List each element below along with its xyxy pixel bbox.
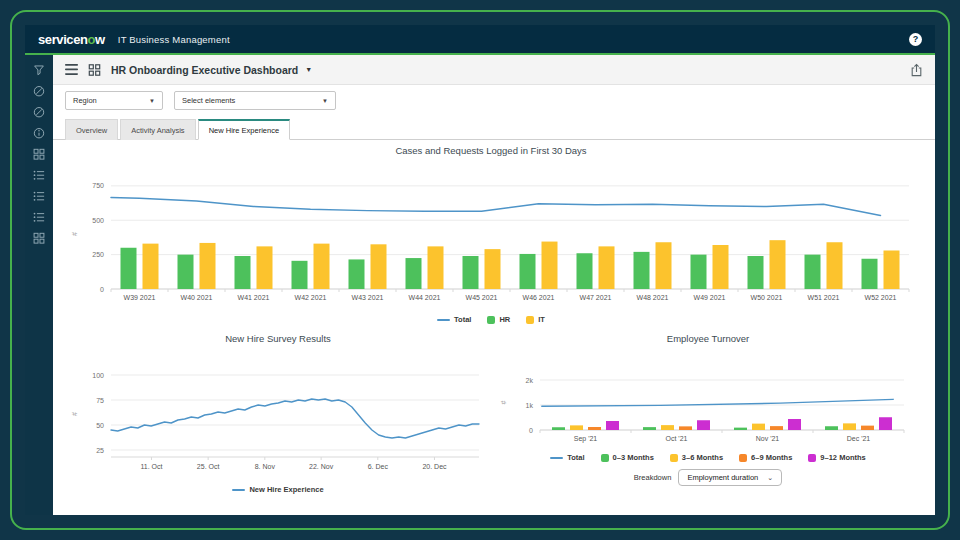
legend-label: 3–6 Months <box>682 453 723 462</box>
tab-activity-analysis[interactable]: Activity Analysis <box>120 119 195 140</box>
legend-box-swatch <box>670 454 678 462</box>
svg-text:Sep '21: Sep '21 <box>574 435 598 443</box>
svg-text:W49 2021: W49 2021 <box>694 294 726 301</box>
tab-overview[interactable]: Overview <box>65 119 118 140</box>
svg-text:500: 500 <box>92 217 104 224</box>
legend-box-swatch <box>487 316 495 324</box>
dashboards-grid-icon[interactable] <box>88 64 101 76</box>
app-window: servicenow IT Business Management ? HR O… <box>25 25 935 515</box>
cases-requests-chart-canvas: 0250500750#W39 2021W40 2021W41 2021W42 2… <box>63 159 919 309</box>
legend-item-it[interactable]: IT <box>526 315 545 324</box>
elements-select-value: Select elements <box>182 96 235 105</box>
employee-turnover-chart-block: Employee Turnover 01k2k#Sep '21Oct '21No… <box>498 331 918 486</box>
breakdown-select-value: Employment duration <box>687 473 758 482</box>
svg-text:W41 2021: W41 2021 <box>238 294 270 301</box>
legend-label: IT <box>538 315 545 324</box>
svg-text:Oct '21: Oct '21 <box>666 435 688 442</box>
svg-text:22. Nov: 22. Nov <box>309 463 334 470</box>
legend-label: 9–12 Months <box>820 453 865 462</box>
breakdown-caret-icon: ⌄ <box>767 474 773 482</box>
region-select[interactable]: Region ▼ <box>65 91 163 110</box>
cases-requests-chart-title: Cases and Requests Logged in First 30 Da… <box>63 143 919 159</box>
survey-results-chart-title: New Hire Survey Results <box>63 331 493 347</box>
legend-label: HR <box>499 315 510 324</box>
servicenow-logo: servicenow <box>38 32 105 47</box>
legend-item-total[interactable]: Total <box>550 453 584 462</box>
svg-text:100: 100 <box>92 372 104 379</box>
svg-text:W50 2021: W50 2021 <box>751 294 783 301</box>
filters-bar: Region ▼ Select elements ▼ <box>53 85 935 116</box>
svg-text:#: # <box>500 400 507 404</box>
cases-requests-legend: TotalHRIT <box>63 315 919 324</box>
app-body: HR Onboarding Executive Dashboard ▼ Regi… <box>25 55 935 515</box>
breakdown-label: Breakdown <box>634 473 672 482</box>
title-caret-icon: ▼ <box>305 66 312 73</box>
grid-icon[interactable] <box>33 232 45 244</box>
legend-line-swatch <box>437 319 450 321</box>
svg-text:0: 0 <box>529 427 533 434</box>
svg-text:#: # <box>71 232 78 236</box>
toolbar: HR Onboarding Executive Dashboard ▼ <box>53 55 935 85</box>
legend-label: Total <box>567 453 584 462</box>
legend-item-total[interactable]: Total <box>437 315 471 324</box>
svg-text:8. Nov: 8. Nov <box>255 463 276 470</box>
cases-requests-chart-block: Cases and Requests Logged in First 30 Da… <box>63 143 919 324</box>
svg-text:W52 2021: W52 2021 <box>865 294 897 301</box>
svg-text:W44 2021: W44 2021 <box>409 294 441 301</box>
svg-text:2k: 2k <box>526 377 534 384</box>
dashboard-title: HR Onboarding Executive Dashboard <box>111 64 298 76</box>
region-select-value: Region <box>73 96 97 105</box>
legend-item-6–9-months[interactable]: 6–9 Months <box>739 453 792 462</box>
grid-icon[interactable] <box>33 148 45 160</box>
list-icon[interactable] <box>33 211 45 223</box>
menu-icon[interactable] <box>65 64 78 75</box>
elements-select[interactable]: Select elements ▼ <box>174 91 336 110</box>
legend-item-new-hire-experience[interactable]: New Hire Experience <box>232 485 323 494</box>
legend-box-swatch <box>739 454 747 462</box>
logo-text-end: w <box>95 32 105 47</box>
list-icon[interactable] <box>33 169 45 181</box>
legend-line-swatch <box>232 489 245 491</box>
legend-item-0–3-months[interactable]: 0–3 Months <box>601 453 654 462</box>
svg-text:50: 50 <box>96 422 104 429</box>
survey-results-chart-canvas: 255075100#11. Oct25. Oct8. Nov22. Nov6. … <box>63 347 493 479</box>
help-icon[interactable]: ? <box>909 33 922 46</box>
employee-turnover-chart-title: Employee Turnover <box>498 331 918 347</box>
legend-label: 6–9 Months <box>751 453 792 462</box>
tab-new-hire-experience[interactable]: New Hire Experience <box>198 119 290 140</box>
svg-text:250: 250 <box>92 251 104 258</box>
svg-text:25: 25 <box>96 447 104 454</box>
filter-icon[interactable] <box>33 64 45 76</box>
svg-text:6. Dec: 6. Dec <box>368 463 389 470</box>
svg-text:W42 2021: W42 2021 <box>295 294 327 301</box>
legend-box-swatch <box>526 316 534 324</box>
region-caret-icon: ▼ <box>149 98 155 104</box>
product-name: IT Business Management <box>118 34 230 45</box>
svg-text:0: 0 <box>100 286 104 293</box>
breakdown-select[interactable]: Employment duration ⌄ <box>678 469 782 486</box>
svg-text:75: 75 <box>96 397 104 404</box>
gauge-icon[interactable] <box>33 106 45 118</box>
employee-turnover-legend: Total0–3 Months3–6 Months6–9 Months9–12 … <box>498 453 918 462</box>
legend-item-hr[interactable]: HR <box>487 315 510 324</box>
legend-label: 0–3 Months <box>613 453 654 462</box>
legend-item-9–12-months[interactable]: 9–12 Months <box>808 453 865 462</box>
svg-text:1k: 1k <box>526 402 534 409</box>
gauge-icon[interactable] <box>33 85 45 97</box>
svg-text:W39 2021: W39 2021 <box>124 294 156 301</box>
legend-item-3–6-months[interactable]: 3–6 Months <box>670 453 723 462</box>
share-icon[interactable] <box>910 63 923 77</box>
legend-label: New Hire Experience <box>249 485 323 494</box>
list-icon[interactable] <box>33 190 45 202</box>
info-icon[interactable] <box>33 127 45 139</box>
svg-text:W46 2021: W46 2021 <box>523 294 555 301</box>
svg-text:W47 2021: W47 2021 <box>580 294 612 301</box>
svg-text:20. Dec: 20. Dec <box>422 463 447 470</box>
legend-box-swatch <box>808 454 816 462</box>
svg-text:W51 2021: W51 2021 <box>808 294 840 301</box>
app-header: servicenow IT Business Management ? <box>25 25 935 55</box>
survey-results-chart-block: New Hire Survey Results 255075100#11. Oc… <box>63 331 493 494</box>
dashboard-title-dropdown[interactable]: HR Onboarding Executive Dashboard ▼ <box>111 64 312 76</box>
svg-text:11. Oct: 11. Oct <box>140 463 162 470</box>
svg-text:750: 750 <box>92 182 104 189</box>
